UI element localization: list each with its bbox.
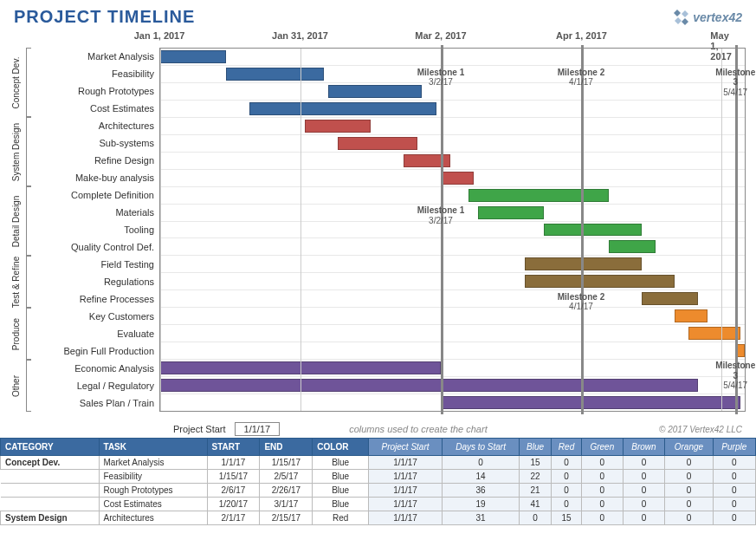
table-subheader: Red bbox=[552, 439, 582, 456]
gantt-bar bbox=[468, 189, 609, 202]
gantt-bar bbox=[642, 292, 698, 305]
gantt-bar bbox=[441, 396, 740, 409]
axis-tick: Jan 1, 2017 bbox=[134, 30, 185, 41]
gantt-bar bbox=[338, 137, 417, 150]
category-label: Detail Design bbox=[2, 186, 31, 256]
milestone-label: Milestone 24/1/17 bbox=[558, 292, 604, 312]
table-header: CATEGORY bbox=[1, 439, 100, 456]
table-subheader: Blue bbox=[520, 439, 552, 456]
table-subheader: Project Start bbox=[368, 439, 442, 456]
project-start-value: 1/1/17 bbox=[235, 422, 281, 436]
table-row: System DesignArchitectures2/1/172/15/17R… bbox=[1, 511, 756, 525]
category-label: Other bbox=[2, 360, 31, 412]
gantt-bar bbox=[160, 50, 226, 63]
gantt-bar bbox=[441, 172, 474, 185]
table-header: END bbox=[260, 439, 313, 456]
milestone-label: Milestone 24/1/17 bbox=[558, 68, 604, 88]
axis-tick: Mar 2, 2017 bbox=[415, 30, 466, 41]
milestone-line bbox=[441, 45, 443, 414]
table-subheader: Orange bbox=[665, 439, 713, 456]
milestone-label: Milestone 13/2/17 bbox=[417, 68, 464, 88]
table-row: Feasibility1/15/172/5/17Blue1/1/17142200… bbox=[1, 470, 756, 484]
gantt-bar bbox=[688, 327, 740, 340]
milestone-label: Milestone 35/4/17 bbox=[715, 68, 755, 98]
copyright: © 2017 Vertex42 LLC bbox=[659, 425, 742, 434]
category-label: Produce bbox=[2, 308, 31, 360]
gantt-bar bbox=[525, 275, 675, 288]
page-title: PROJECT TIMELINE bbox=[14, 7, 195, 27]
gantt-bar bbox=[305, 120, 371, 133]
gantt-chart: Jan 1, 2017Jan 31, 2017Mar 2, 2017Apr 1,… bbox=[3, 30, 746, 412]
gantt-bar bbox=[249, 102, 436, 115]
gantt-bar bbox=[328, 85, 422, 98]
gantt-bar bbox=[609, 240, 656, 253]
data-table: CATEGORYTASKSTARTENDCOLORProject StartDa… bbox=[0, 438, 756, 525]
axis-tick: Apr 1, 2017 bbox=[556, 30, 607, 41]
milestone-line bbox=[581, 45, 584, 414]
category-label: System Design bbox=[2, 117, 31, 186]
gantt-bar bbox=[160, 379, 698, 392]
svg-marker-2 bbox=[675, 17, 682, 24]
table-subheader: Days to Start bbox=[443, 439, 520, 456]
table-row: Concept Dev.Market Analysis1/1/171/15/17… bbox=[1, 456, 756, 470]
columns-note: columns used to create the chart bbox=[349, 424, 488, 434]
table-subheader: Green bbox=[581, 439, 623, 456]
gantt-bar bbox=[478, 206, 544, 219]
table-header: START bbox=[207, 439, 260, 456]
logo: vertex42 bbox=[674, 10, 742, 25]
logo-icon bbox=[674, 10, 689, 25]
category-label: Test & Refine bbox=[2, 256, 31, 308]
table-header: TASK bbox=[99, 439, 207, 456]
category-label: Concept Dev. bbox=[2, 48, 31, 117]
svg-marker-3 bbox=[682, 18, 688, 25]
gantt-bar bbox=[675, 309, 708, 322]
axis-tick: Jan 31, 2017 bbox=[272, 30, 328, 41]
milestone-line bbox=[735, 45, 738, 414]
table-subheader: Purple bbox=[713, 439, 755, 456]
milestone-label: Milestone 13/2/17 bbox=[417, 205, 464, 225]
table-row: Cost Estimates1/20/173/1/17Blue1/1/17194… bbox=[1, 498, 756, 511]
milestone-label: Milestone 35/4/17 bbox=[715, 361, 755, 391]
table-row: Rough Prototypes2/6/172/26/17Blue1/1/173… bbox=[1, 484, 756, 498]
gantt-bar bbox=[226, 68, 324, 81]
svg-marker-0 bbox=[674, 10, 681, 16]
table-header: COLOR bbox=[313, 439, 369, 456]
project-start-label: Project Start bbox=[173, 424, 226, 434]
gantt-bar bbox=[544, 224, 642, 237]
svg-marker-1 bbox=[682, 10, 688, 17]
table-subheader: Brown bbox=[623, 439, 665, 456]
